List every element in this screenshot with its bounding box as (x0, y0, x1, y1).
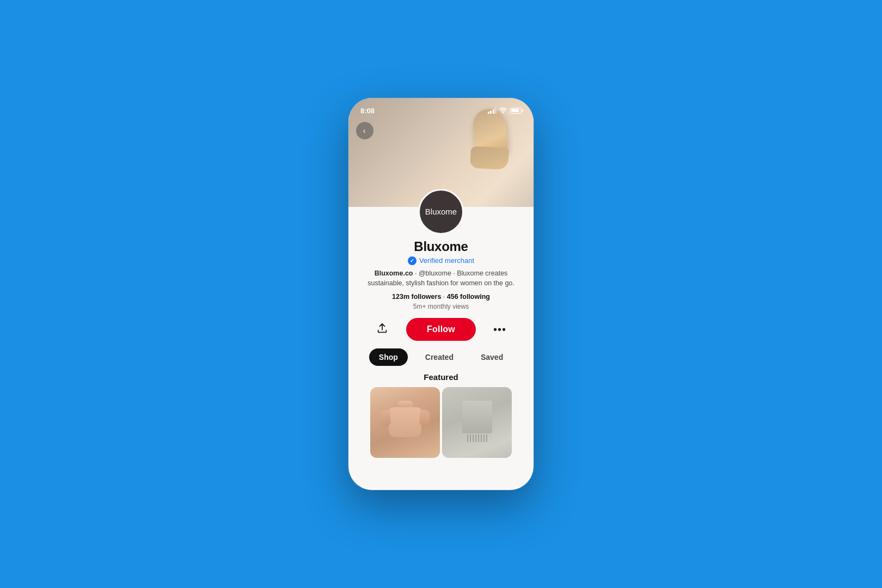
more-dots-icon: ••• (493, 323, 506, 336)
profile-stats: 123m followers · 456 following (359, 293, 523, 301)
verified-text: Verified merchant (419, 256, 474, 265)
status-bar: 8:08 (348, 98, 534, 118)
featured-item-blanket[interactable] (442, 387, 512, 458)
monthly-views: 5m+ monthly views (359, 303, 523, 310)
avatar-text: Bluxome (425, 207, 457, 216)
blanket-decoration (458, 401, 496, 444)
featured-grid (370, 387, 512, 458)
signal-icon (488, 108, 497, 114)
tab-saved[interactable]: Saved (471, 348, 513, 366)
avatar-container: Bluxome (418, 189, 464, 235)
tab-shop[interactable]: Shop (369, 348, 408, 366)
profile-name: Bluxome (359, 239, 523, 254)
tab-created[interactable]: Created (415, 348, 463, 366)
verified-badge: Verified merchant (359, 256, 523, 265)
battery-icon (510, 108, 522, 114)
followers-count: 123m followers (392, 293, 441, 301)
follow-button[interactable]: Follow (406, 318, 476, 341)
back-chevron-icon: ‹ (363, 127, 366, 134)
phone-frame: 8:08 (348, 98, 534, 490)
more-button[interactable]: ••• (490, 320, 510, 339)
back-button[interactable]: ‹ (356, 122, 373, 139)
action-row: Follow ••• (359, 318, 523, 341)
avatar: Bluxome (418, 189, 464, 235)
featured-item-sweater[interactable] (370, 387, 440, 458)
tab-bar: Shop Created Saved (359, 348, 523, 366)
profile-section: Bluxome Bluxome Verified merchant Bluxom… (348, 207, 534, 458)
featured-title: Featured (370, 372, 512, 382)
status-icons (488, 107, 522, 114)
featured-section: Featured (359, 372, 523, 458)
status-time: 8:08 (360, 107, 375, 115)
share-icon (376, 322, 388, 337)
wifi-icon (499, 107, 507, 114)
profile-bio: Bluxome.co · @bluxome · Bluxome creates … (359, 268, 523, 289)
share-button[interactable] (372, 320, 392, 339)
verified-icon (408, 256, 416, 265)
following-count: 456 following (447, 293, 490, 301)
cover-decoration (463, 109, 517, 180)
sweater-decoration (383, 401, 427, 444)
